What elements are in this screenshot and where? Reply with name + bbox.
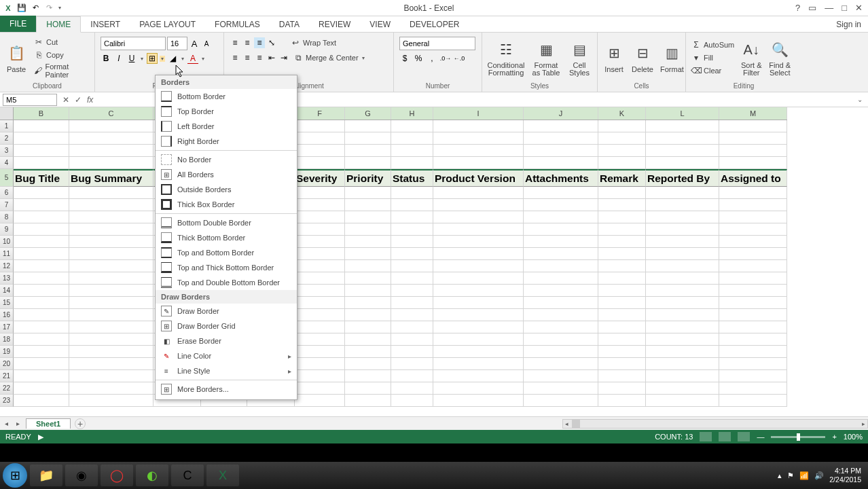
no-border-item[interactable]: No Border — [156, 152, 297, 167]
comma-format-icon[interactable]: , — [427, 53, 437, 64]
cell-I10[interactable] — [433, 236, 524, 248]
cell-H23[interactable] — [391, 395, 433, 407]
align-top-icon[interactable]: ≡ — [230, 37, 240, 48]
cell-H2[interactable] — [391, 132, 433, 145]
cell-J3[interactable] — [524, 145, 598, 157]
cell-G12[interactable] — [345, 260, 391, 272]
close-icon[interactable]: ✕ — [855, 3, 863, 13]
cell-L16[interactable] — [646, 309, 719, 321]
erase-border-item[interactable]: ◧Erase Border — [156, 333, 297, 348]
cell-M3[interactable] — [719, 145, 787, 157]
cell-I1[interactable] — [433, 120, 524, 132]
cell-M19[interactable] — [719, 346, 787, 358]
bold-button[interactable]: B — [101, 53, 111, 64]
row-header-9[interactable]: 9 — [0, 223, 14, 236]
cell-L23[interactable] — [646, 395, 719, 407]
cell-I11[interactable] — [433, 248, 524, 260]
cell-K14[interactable] — [598, 285, 646, 297]
cell-B16[interactable] — [14, 309, 69, 321]
chrome-icon[interactable]: ◉ — [65, 465, 98, 486]
number-format-combo[interactable] — [399, 37, 475, 50]
cell-G18[interactable] — [345, 333, 391, 346]
cell-J22[interactable] — [524, 382, 598, 395]
cell-J2[interactable] — [524, 132, 598, 145]
cell-L4[interactable] — [646, 157, 719, 169]
qat-customize-icon[interactable]: ▾ — [57, 5, 62, 11]
cell-I8[interactable] — [433, 211, 524, 223]
insert-cells-button[interactable]: ⊞Insert — [600, 41, 628, 75]
cell-L17[interactable] — [646, 321, 719, 333]
cell-I20[interactable] — [433, 358, 524, 370]
italic-button[interactable]: I — [113, 53, 124, 64]
underline-button[interactable]: U — [126, 53, 137, 64]
tab-review[interactable]: REVIEW — [309, 17, 360, 32]
cell-L10[interactable] — [646, 236, 719, 248]
cell-J13[interactable] — [524, 272, 598, 285]
decrease-decimal-icon[interactable]: ←.0 — [454, 53, 465, 64]
increase-decimal-icon[interactable]: .0→ — [440, 53, 451, 64]
cell-B2[interactable] — [14, 132, 69, 145]
cell-L22[interactable] — [646, 382, 719, 395]
zoom-in-icon[interactable]: + — [832, 433, 836, 441]
cell-C22[interactable] — [69, 382, 153, 395]
cell-K7[interactable] — [598, 199, 646, 211]
align-bottom-icon[interactable]: ≡ — [254, 37, 265, 48]
format-painter-button[interactable]: 🖌Format Painter — [31, 62, 92, 79]
cell-I3[interactable] — [433, 145, 524, 157]
cell-J12[interactable] — [524, 260, 598, 272]
draw-border-item[interactable]: ✎Draw Border — [156, 304, 297, 319]
enter-formula-icon[interactable]: ✓ — [72, 95, 84, 105]
cell-I16[interactable] — [433, 309, 524, 321]
cell-M6[interactable] — [719, 187, 787, 199]
start-button[interactable]: ⊞ — [3, 463, 27, 488]
help-icon[interactable]: ? — [795, 3, 800, 13]
cell-L2[interactable] — [646, 132, 719, 145]
expand-formula-bar-icon[interactable]: ⌄ — [857, 96, 863, 103]
accounting-format-icon[interactable]: $ — [399, 53, 410, 64]
cell-C5[interactable]: Bug Summary — [69, 169, 153, 187]
cell-J14[interactable] — [524, 285, 598, 297]
cell-G2[interactable] — [345, 132, 391, 145]
column-header-K[interactable]: K — [598, 107, 646, 120]
cell-H16[interactable] — [391, 309, 433, 321]
cell-L18[interactable] — [646, 333, 719, 346]
cell-J5[interactable]: Attachments — [524, 169, 598, 187]
row-header-14[interactable]: 14 — [0, 285, 14, 297]
cell-M12[interactable] — [719, 260, 787, 272]
wrap-text-button[interactable]: ↩Wrap Text — [288, 37, 338, 49]
cell-K17[interactable] — [598, 321, 646, 333]
cell-G14[interactable] — [345, 285, 391, 297]
line-color-item[interactable]: ✎Line Color▸ — [156, 348, 297, 363]
tab-formulas[interactable]: FORMULAS — [205, 17, 270, 32]
column-header-L[interactable]: L — [646, 107, 719, 120]
font-size-combo[interactable] — [167, 37, 187, 50]
cell-M10[interactable] — [719, 236, 787, 248]
cell-K4[interactable] — [598, 157, 646, 169]
system-clock[interactable]: 4:14 PM 2/24/2015 — [829, 467, 865, 484]
row-header-7[interactable]: 7 — [0, 199, 14, 211]
align-middle-icon[interactable]: ≡ — [242, 37, 253, 48]
cell-M4[interactable] — [719, 157, 787, 169]
column-header-B[interactable]: B — [14, 107, 69, 120]
cell-M9[interactable] — [719, 223, 787, 236]
all-borders-item[interactable]: ⊞All Borders — [156, 167, 297, 182]
cell-B12[interactable] — [14, 260, 69, 272]
cell-B7[interactable] — [14, 199, 69, 211]
cell-G1[interactable] — [345, 120, 391, 132]
cell-H17[interactable] — [391, 321, 433, 333]
cell-K19[interactable] — [598, 346, 646, 358]
cell-B9[interactable] — [14, 223, 69, 236]
camtasia-icon[interactable]: C — [171, 465, 204, 486]
align-center-icon[interactable]: ≡ — [242, 52, 253, 63]
font-color-dropdown-icon[interactable]: ▾ — [200, 56, 206, 62]
cell-L6[interactable] — [646, 187, 719, 199]
cell-B19[interactable] — [14, 346, 69, 358]
percent-format-icon[interactable]: % — [413, 53, 424, 64]
increase-indent-icon[interactable]: ⇥ — [278, 52, 289, 63]
cell-L8[interactable] — [646, 211, 719, 223]
cell-M14[interactable] — [719, 285, 787, 297]
cell-J6[interactable] — [524, 187, 598, 199]
column-header-H[interactable]: H — [391, 107, 433, 120]
cell-J16[interactable] — [524, 309, 598, 321]
cell-G13[interactable] — [345, 272, 391, 285]
